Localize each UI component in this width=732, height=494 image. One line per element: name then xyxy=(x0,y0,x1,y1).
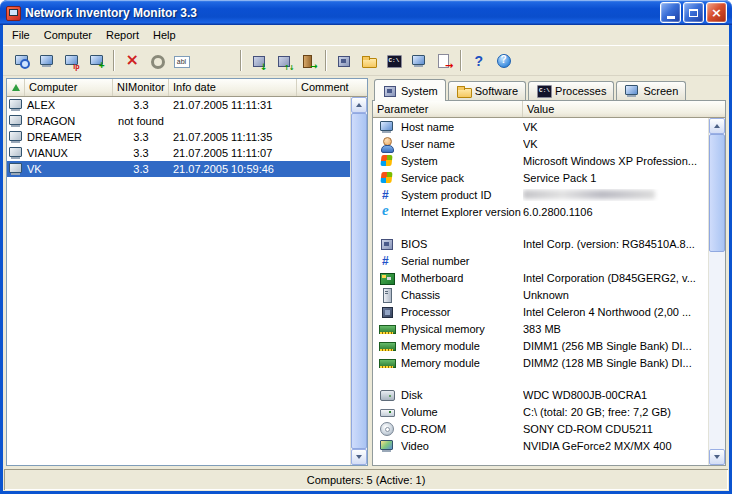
computer-row-dreamer[interactable]: DREAMER3.321.07.2005 11:11:35 xyxy=(7,129,350,145)
computer-button[interactable] xyxy=(34,48,59,73)
details-row[interactable]: VideoNVIDIA GeForce2 MX/MX 400 xyxy=(373,437,708,454)
parameter-value: 383 MB xyxy=(523,323,708,335)
scroll-thumb[interactable] xyxy=(351,113,367,449)
details-row[interactable]: Host nameVK xyxy=(373,118,708,135)
help-button[interactable] xyxy=(466,48,491,73)
menu-file[interactable]: File xyxy=(5,27,37,43)
export-button[interactable] xyxy=(431,48,456,73)
computer-row-vk[interactable]: VK3.321.07.2005 10:59:46 xyxy=(7,161,350,177)
column-header-computer[interactable]: Computer xyxy=(25,79,113,96)
close-button[interactable]: × xyxy=(706,2,727,23)
column-header-parameter[interactable]: Parameter xyxy=(373,101,523,117)
details-row[interactable]: User nameVK xyxy=(373,135,708,152)
menu-report[interactable]: Report xyxy=(99,27,146,43)
details-row[interactable]: Service packService Pack 1 xyxy=(373,169,708,186)
computer-ip-button[interactable] xyxy=(59,48,84,73)
tab-system[interactable]: System xyxy=(374,79,446,101)
parameter-value: 6.0.2800.1106 xyxy=(523,206,708,218)
cpu-icon xyxy=(379,304,395,320)
scroll-track[interactable] xyxy=(351,113,367,449)
menu-help[interactable]: Help xyxy=(146,27,183,43)
computer-row-icon-cell xyxy=(7,97,25,113)
web-help-button[interactable] xyxy=(491,48,516,73)
details-row[interactable]: ProcessorIntel Celeron 4 Northwood (2,00… xyxy=(373,303,708,320)
details-row[interactable]: Internet Explorer version6.0.2800.1106 xyxy=(373,203,708,220)
help-icon xyxy=(471,53,487,69)
screen-button[interactable] xyxy=(406,48,431,73)
column-header-nimonitor[interactable]: NIMonitor xyxy=(113,79,169,96)
computer-icon xyxy=(8,145,24,161)
scroll-down-button[interactable] xyxy=(351,449,367,465)
details-separator xyxy=(373,220,708,235)
scroll-thumb[interactable] xyxy=(709,134,725,252)
tab-label: Screen xyxy=(643,85,678,97)
details-row[interactable]: BIOSIntel Corp. (version: RG84510A.8... xyxy=(373,235,708,252)
scroll-track[interactable] xyxy=(709,134,725,449)
tab-processes[interactable]: Processes xyxy=(528,81,614,100)
chip-sync-button[interactable] xyxy=(271,48,296,73)
nimonitor-version: 3.3 xyxy=(113,97,169,113)
details-row[interactable]: Serial number xyxy=(373,252,708,269)
details-panel: SystemSoftwareProcessesScreen Parameter … xyxy=(372,78,726,466)
details-row[interactable]: CD-ROMSONY CD-ROM CDU5211 xyxy=(373,420,708,437)
rename-button[interactable] xyxy=(169,48,194,73)
folder-button[interactable] xyxy=(356,48,381,73)
door-button[interactable] xyxy=(296,48,321,73)
hash-icon xyxy=(379,253,395,269)
nimonitor-version: 3.3 xyxy=(113,145,169,161)
details-row[interactable]: Memory moduleDIMM1 (256 MB Single Bank) … xyxy=(373,337,708,354)
details-row[interactable]: DiskWDC WD800JB-00CRA1 xyxy=(373,386,708,403)
memory-icon xyxy=(379,338,395,354)
details-row[interactable]: SystemMicrosoft Windows XP Profession... xyxy=(373,152,708,169)
computers-search-button[interactable] xyxy=(9,48,34,73)
scroll-down-button[interactable] xyxy=(709,449,725,465)
chip-get-button[interactable] xyxy=(246,48,271,73)
computer-row-icon-cell xyxy=(7,113,25,129)
info-date: 21.07.2005 11:11:35 xyxy=(169,129,297,145)
console-button[interactable] xyxy=(381,48,406,73)
redacted-value xyxy=(523,190,655,199)
tab-screen[interactable]: Screen xyxy=(616,81,686,100)
details-row[interactable]: System product ID xyxy=(373,186,708,203)
tab-label: Software xyxy=(475,85,518,97)
sort-column-header[interactable] xyxy=(7,79,25,96)
computer-name: ALEX xyxy=(25,97,113,113)
column-header-info-date[interactable]: Info date xyxy=(169,79,297,96)
column-header-value[interactable]: Value xyxy=(523,101,725,117)
chip-button[interactable] xyxy=(331,48,356,73)
computer-icon xyxy=(379,119,395,135)
menu-computer[interactable]: Computer xyxy=(37,27,99,43)
gear-button[interactable] xyxy=(144,48,169,73)
computer-row-dragon[interactable]: DRAGONnot found xyxy=(7,113,350,129)
scroll-up-button[interactable] xyxy=(351,97,367,113)
window-title: Network Inventory Monitor 3.3 xyxy=(25,6,656,20)
details-box: Parameter Value Host nameVKUser nameVKSy… xyxy=(372,100,726,466)
details-row[interactable]: Physical memory383 MB xyxy=(373,320,708,337)
info-date: 21.07.2005 11:11:07 xyxy=(169,145,297,161)
info-date: 21.07.2005 11:11:31 xyxy=(169,97,297,113)
parameter-name: Processor xyxy=(401,306,523,318)
windows-flag-icon xyxy=(379,153,395,169)
maximize-button[interactable] xyxy=(683,2,704,23)
details-row[interactable]: VolumeC:\ (total: 20 GB; free: 7,2 GB) xyxy=(373,403,708,420)
scroll-up-icon xyxy=(714,124,720,128)
app-icon xyxy=(5,5,21,21)
delete-button[interactable] xyxy=(119,48,144,73)
toolbar-separator xyxy=(113,50,115,71)
computer-add-button[interactable] xyxy=(84,48,109,73)
parameter-value: Intel Corporation (D845GERG2, v... xyxy=(523,272,708,284)
minimize-button[interactable] xyxy=(660,2,681,23)
parameter-value: Microsoft Windows XP Profession... xyxy=(523,155,708,167)
details-row[interactable]: MotherboardIntel Corporation (D845GERG2,… xyxy=(373,269,708,286)
tab-software[interactable]: Software xyxy=(448,81,526,100)
rename-icon xyxy=(174,53,190,69)
computer-row-vianux[interactable]: VIANUX3.321.07.2005 11:11:07 xyxy=(7,145,350,161)
window-content: FileComputerReportHelp Computer NIMonito… xyxy=(3,25,729,491)
details-row[interactable]: ChassisUnknown xyxy=(373,286,708,303)
computer-row-alex[interactable]: ALEX3.321.07.2005 11:11:31 xyxy=(7,97,350,113)
scroll-up-icon xyxy=(356,103,362,107)
tab-bar: SystemSoftwareProcessesScreen xyxy=(372,78,726,100)
details-row[interactable]: Memory moduleDIMM2 (128 MB Single Bank) … xyxy=(373,354,708,371)
column-header-comment[interactable]: Comment xyxy=(297,79,367,96)
scroll-up-button[interactable] xyxy=(709,118,725,134)
